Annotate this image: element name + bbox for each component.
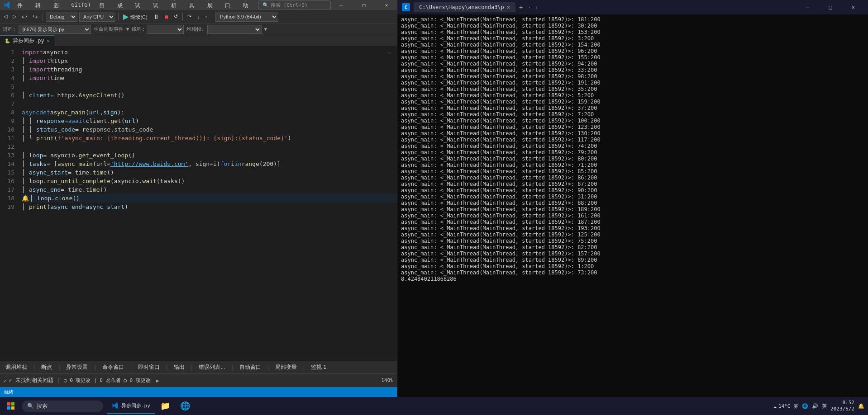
tab-nav-left[interactable]: ‹ <box>529 5 532 10</box>
code-line-11: │ └ print ( f'async_main: {threading.cur… <box>22 134 397 142</box>
process-dropdown[interactable]: [6676] 异步同步.py <box>19 25 91 34</box>
terminal-close-button[interactable]: ✕ <box>843 0 863 14</box>
code-line-15: │ async_start = time. time () <box>22 168 397 177</box>
terminal-output-line: async_main: <_MainThread(MainThread, sta… <box>401 269 864 276</box>
edge-icon: 🌐 <box>180 401 190 410</box>
vscode-logo <box>2 0 12 10</box>
speaker-icon[interactable]: 🔊 <box>812 403 818 409</box>
terminal-tab[interactable]: C:\Users\Happy\anaconda3\p ✕ <box>414 2 515 12</box>
taskbar-vscode-item[interactable]: 异步同步.py <box>107 398 155 414</box>
tab-nav-right[interactable]: › <box>535 5 538 10</box>
start-button[interactable] <box>4 399 18 413</box>
code-content[interactable]: ⊟ import asyncio │ import httpx │ import… <box>18 46 397 361</box>
menu-bar: 文件(F) 编辑(E) 视图(V) Git(G) 项目(P) 生成(B) 调试(… <box>12 0 258 10</box>
debug-toolbar: 调用堆栈 | 断点 | 异常设置 | 命令窗口 | 即时窗口 | 输出 | 错误… <box>0 361 397 373</box>
terminal-output-line: async_main: <_MainThread(MainThread, sta… <box>401 250 864 257</box>
step-out-button[interactable]: ↑ <box>203 13 210 20</box>
svg-rect-1 <box>11 402 14 406</box>
git-changes-text: ◯ 0 项更改 | 0 名作者 ◯ 0 项更改 <box>64 377 151 384</box>
terminal-output-line: async_main: <_MainThread(MainThread, sta… <box>401 212 864 219</box>
terminal-output-line: async_main: <_MainThread(MainThread, sta… <box>401 54 864 61</box>
terminal-output-line: async_main: <_MainThread(MainThread, sta… <box>401 111 864 118</box>
stackframe-dropdown[interactable] <box>207 25 262 34</box>
vscode-title-bar: 文件(F) 编辑(E) 视图(V) Git(G) 项目(P) 生成(B) 调试(… <box>0 0 397 10</box>
breakpoints-btn[interactable]: 断点 <box>38 363 55 372</box>
minimize-button[interactable]: ─ <box>331 0 352 10</box>
taskbar-search[interactable]: 🔍 搜索 <box>22 401 103 412</box>
restart-button[interactable]: ↺ <box>172 13 180 20</box>
code-line-3: │ import threading <box>22 65 397 74</box>
immediate-window-btn[interactable]: 即时窗口 <box>135 363 162 372</box>
terminal-minimize-button[interactable]: ─ <box>797 0 818 14</box>
taskbar-edge-item[interactable]: 🌐 <box>176 398 195 414</box>
editor-tab-active[interactable]: 🐍 异步同步.py ✕ <box>0 35 55 46</box>
terminal-tab-close[interactable]: ✕ <box>507 4 510 10</box>
address-label: 堆栈帧: <box>186 26 205 33</box>
code-line-4: │ import time <box>22 74 397 82</box>
code-line-13: │ loop = asyncio. get_event_loop () <box>22 151 397 160</box>
pause-button[interactable]: ⏸ <box>151 12 161 21</box>
notification-icon[interactable]: 🔔 <box>858 403 864 409</box>
tab-close-button[interactable]: ✕ <box>47 38 50 43</box>
locals-btn[interactable]: 局部变量 <box>272 363 300 372</box>
terminal-output-line: async_main: <_MainThread(MainThread, sta… <box>401 124 864 130</box>
menu-git[interactable]: Git(G) <box>67 1 94 9</box>
search-box[interactable]: 🔍 搜索 (Ctrl+Q) <box>258 0 331 10</box>
code-line-7 <box>22 99 397 108</box>
terminal-output-line: async_main: <_MainThread(MainThread, sta… <box>401 231 864 238</box>
terminal-output-line: async_main: <_MainThread(MainThread, sta… <box>401 67 864 73</box>
code-line-14: │ tasks = [ async_main (url= 'http://www… <box>22 160 397 168</box>
callstack-btn[interactable]: 调用堆栈 <box>3 363 30 372</box>
thread-dropdown[interactable] <box>148 25 184 34</box>
back-button[interactable]: ◁ <box>2 13 9 20</box>
python-env-dropdown[interactable]: Python 3.9 (64-bit) <box>215 12 278 22</box>
undo-button[interactable]: ↩ <box>20 12 29 21</box>
code-line-2: │ import httpx <box>22 57 397 65</box>
new-tab-button[interactable]: + <box>519 4 523 11</box>
weather-text: 14°C 雾 <box>778 403 798 410</box>
cloud-icon: ☁ <box>773 403 777 409</box>
terminal-output-line: async_main: <_MainThread(MainThread, sta… <box>401 80 864 86</box>
terminal-output-area[interactable]: async_main: <_MainThread(MainThread, sta… <box>397 14 868 397</box>
terminal-output-line: async_main: <_MainThread(MainThread, sta… <box>401 200 864 206</box>
clock-date: 2023/5/2 <box>830 406 854 412</box>
svg-rect-2 <box>7 406 10 410</box>
maximize-button[interactable]: □ <box>353 0 374 10</box>
status-bar: 就绪 <box>0 387 397 397</box>
status-text: 就绪 <box>4 389 14 396</box>
step-over-button[interactable]: ↷ <box>186 13 193 20</box>
terminal-maximize-button[interactable]: □ <box>820 0 841 14</box>
run-continue-button[interactable]: ▶ 继续(C) <box>121 12 149 21</box>
network-icon[interactable]: 🌐 <box>802 403 808 409</box>
error-list-btn[interactable]: 错误列表... <box>196 363 228 372</box>
watch-btn[interactable]: 监视 1 <box>308 363 329 372</box>
terminal-output-line: async_main: <_MainThread(MainThread, sta… <box>401 29 864 35</box>
debug-config-dropdown[interactable]: Debug <box>46 12 77 22</box>
exception-settings-btn[interactable]: 异常设置 <box>63 363 91 372</box>
svg-rect-0 <box>7 402 10 406</box>
close-button[interactable]: ✕ <box>376 0 397 10</box>
line-numbers: 12345 678910 1112131415 16171819 <box>0 46 18 361</box>
terminal-output-line: async_main: <_MainThread(MainThread, sta… <box>401 86 864 92</box>
terminal-output-line: async_main: <_MainThread(MainThread, sta… <box>401 174 864 181</box>
forward-button[interactable]: ▷ <box>11 13 18 20</box>
terminal-output-line: async_main: <_MainThread(MainThread, sta… <box>401 168 864 174</box>
editor-tab-bar: 🐍 异步同步.py ✕ <box>0 35 397 46</box>
stop-button[interactable]: ■ <box>163 12 170 21</box>
cpu-dropdown[interactable]: Any CPU <box>79 12 115 22</box>
command-window-btn[interactable]: 命令窗口 <box>100 363 127 372</box>
window-controls: ─ □ ✕ <box>331 0 397 10</box>
language-indicator[interactable]: 英 <box>822 403 827 410</box>
taskbar-explorer-item[interactable]: 📁 <box>156 398 175 414</box>
expand-btn[interactable]: ▼ <box>264 26 267 32</box>
terminal-tab-title: C:\Users\Happy\anaconda3\p <box>419 4 504 10</box>
redo-button[interactable]: ↪ <box>31 12 40 21</box>
system-clock[interactable]: 8:52 2023/5/2 <box>830 400 854 413</box>
output-btn[interactable]: 输出 <box>171 363 187 372</box>
weather-widget[interactable]: ☁ 14°C 雾 <box>773 403 798 410</box>
terminal-output-line: async_main: <_MainThread(MainThread, sta… <box>401 143 864 149</box>
taskbar-vscode-label: 异步同步.py <box>121 402 150 409</box>
status-right: 140% <box>382 377 394 383</box>
step-into-button[interactable]: ↓ <box>195 13 201 20</box>
auto-window-btn[interactable]: 自动窗口 <box>237 363 264 372</box>
